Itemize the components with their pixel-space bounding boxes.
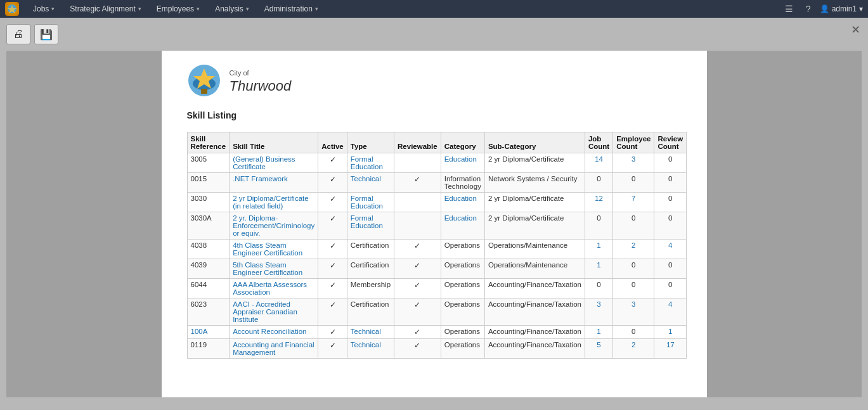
cell-ref[interactable]: 100A bbox=[187, 326, 230, 339]
close-button[interactable]: ✕ bbox=[851, 24, 860, 35]
nav-administration[interactable]: Administration ▾ bbox=[258, 0, 325, 18]
chevron-icon: ▾ bbox=[51, 6, 55, 12]
cell-active: ✓ bbox=[318, 298, 347, 326]
cell-reviewable: ✓ bbox=[394, 173, 441, 193]
save-button[interactable]: 💾 bbox=[34, 24, 58, 44]
cell-job-count[interactable]: 5 bbox=[585, 339, 612, 359]
cell-reviewable bbox=[394, 212, 441, 240]
cell-title[interactable]: 4th Class Steam Engineer Certification bbox=[230, 240, 318, 259]
cell-ref: 6044 bbox=[187, 279, 230, 298]
cell-rev-count[interactable]: 17 bbox=[654, 339, 687, 359]
cell-ref: 4038 bbox=[187, 240, 230, 259]
save-icon: 💾 bbox=[40, 29, 53, 41]
table-row: 0015 .NET Framework ✓ Technical ✓ Inform… bbox=[187, 173, 687, 193]
cell-reviewable: ✓ bbox=[394, 339, 441, 359]
cell-job-count[interactable]: 1 bbox=[585, 259, 612, 279]
cell-title[interactable]: Account Reconciliation bbox=[230, 326, 318, 339]
cell-title[interactable]: (General) Business Certificate bbox=[230, 153, 318, 173]
cell-job-count[interactable]: 12 bbox=[585, 193, 612, 212]
cell-reviewable: ✓ bbox=[394, 298, 441, 326]
cell-rev-count[interactable]: 4 bbox=[654, 240, 687, 259]
cell-type: Membership bbox=[347, 279, 394, 298]
user-icon: 👤 bbox=[820, 4, 829, 13]
report-title: Skill Listing bbox=[187, 110, 682, 120]
cell-ref: 3005 bbox=[187, 153, 230, 173]
toolbar: 🖨 💾 bbox=[6, 24, 862, 44]
table-row: 3030A 2 yr. Diploma-Enforcement/Criminol… bbox=[187, 212, 687, 240]
col-category: Category bbox=[441, 132, 484, 153]
cell-rev-count: 0 bbox=[654, 279, 687, 298]
cell-emp-count: 0 bbox=[613, 259, 654, 279]
cell-rev-count: 0 bbox=[654, 212, 687, 240]
cell-emp-count: 0 bbox=[613, 279, 654, 298]
document-inner: City of Thurwood Skill Listing SkillRefe… bbox=[162, 51, 707, 397]
cell-job-count: 0 bbox=[585, 212, 612, 240]
nav-strategic-alignment[interactable]: Strategic Alignment ▾ bbox=[63, 0, 147, 18]
cell-rev-count: 0 bbox=[654, 153, 687, 173]
settings-icon[interactable]: ☰ bbox=[781, 3, 797, 15]
cell-active: ✓ bbox=[318, 259, 347, 279]
cell-job-count[interactable]: 3 bbox=[585, 298, 612, 326]
print-button[interactable]: 🖨 bbox=[6, 24, 30, 44]
cell-reviewable: ✓ bbox=[394, 240, 441, 259]
col-skill-title: Skill Title bbox=[230, 132, 318, 153]
cell-type: Technical bbox=[347, 339, 394, 359]
nav-analysis[interactable]: Analysis ▾ bbox=[209, 0, 256, 18]
cell-category: Education bbox=[441, 212, 484, 240]
cell-emp-count: 0 bbox=[613, 326, 654, 339]
cell-emp-count[interactable]: 7 bbox=[613, 193, 654, 212]
cell-rev-count[interactable]: 4 bbox=[654, 298, 687, 326]
skill-table: SkillReference Skill Title Active Type R… bbox=[187, 132, 687, 359]
cell-category: Information Technology bbox=[441, 173, 484, 193]
cell-title[interactable]: 2 yr Diploma/Certificate (in related fie… bbox=[230, 193, 318, 212]
cell-job-count[interactable]: 14 bbox=[585, 153, 612, 173]
cell-sub-category: Accounting/Finance/Taxation bbox=[484, 279, 585, 298]
cell-title[interactable]: 2 yr. Diploma-Enforcement/Criminology or… bbox=[230, 212, 318, 240]
cell-ref: 3030 bbox=[187, 193, 230, 212]
cell-ref: 4039 bbox=[187, 259, 230, 279]
cell-ref: 0015 bbox=[187, 173, 230, 193]
cell-ref: 0119 bbox=[187, 339, 230, 359]
cell-active: ✓ bbox=[318, 326, 347, 339]
cell-reviewable bbox=[394, 193, 441, 212]
cell-reviewable: ✓ bbox=[394, 326, 441, 339]
cell-job-count[interactable]: 1 bbox=[585, 326, 612, 339]
cell-emp-count[interactable]: 2 bbox=[613, 339, 654, 359]
col-active: Active bbox=[318, 132, 347, 153]
cell-sub-category: Accounting/Finance/Taxation bbox=[484, 298, 585, 326]
cell-category: Operations bbox=[441, 326, 484, 339]
cell-rev-count[interactable]: 1 bbox=[654, 326, 687, 339]
cell-active: ✓ bbox=[318, 240, 347, 259]
cell-job-count: 0 bbox=[585, 173, 612, 193]
chevron-icon: ▾ bbox=[197, 6, 200, 12]
cell-rev-count: 0 bbox=[654, 173, 687, 193]
cell-emp-count[interactable]: 2 bbox=[613, 240, 654, 259]
cell-title[interactable]: Accounting and Financial Management bbox=[230, 339, 318, 359]
help-icon[interactable]: ? bbox=[802, 3, 815, 15]
cell-category: Education bbox=[441, 153, 484, 173]
cell-emp-count[interactable]: 3 bbox=[613, 298, 654, 326]
cell-sub-category: 2 yr Diploma/Certificate bbox=[484, 212, 585, 240]
nav-jobs[interactable]: Jobs ▾ bbox=[27, 0, 61, 18]
svg-rect-5 bbox=[201, 89, 207, 94]
cell-sub-category: Accounting/Finance/Taxation bbox=[484, 339, 585, 359]
cell-job-count[interactable]: 1 bbox=[585, 240, 612, 259]
document-container: City of Thurwood Skill Listing SkillRefe… bbox=[6, 51, 862, 397]
chevron-icon: ▾ bbox=[246, 6, 249, 12]
cell-title[interactable]: AACI - Accredited Appraiser Canadian Ins… bbox=[230, 298, 318, 326]
cell-title[interactable]: 5th Class Steam Engineer Certification bbox=[230, 259, 318, 279]
cell-emp-count[interactable]: 3 bbox=[613, 153, 654, 173]
cell-title[interactable]: AAA Alberta Assessors Association bbox=[230, 279, 318, 298]
cell-title[interactable]: .NET Framework bbox=[230, 173, 318, 193]
user-menu[interactable]: 👤 admin1 ▾ bbox=[820, 4, 863, 13]
org-logo bbox=[187, 63, 222, 100]
nav-employees[interactable]: Employees ▾ bbox=[150, 0, 206, 18]
org-name-block: City of Thurwood bbox=[230, 68, 292, 96]
cell-active: ✓ bbox=[318, 279, 347, 298]
cell-type: Technical bbox=[347, 326, 394, 339]
cell-active: ✓ bbox=[318, 193, 347, 212]
cell-sub-category: 2 yr Diploma/Certificate bbox=[484, 153, 585, 173]
cell-active: ✓ bbox=[318, 212, 347, 240]
cell-ref: 6023 bbox=[187, 298, 230, 326]
chevron-icon: ▾ bbox=[138, 6, 141, 12]
